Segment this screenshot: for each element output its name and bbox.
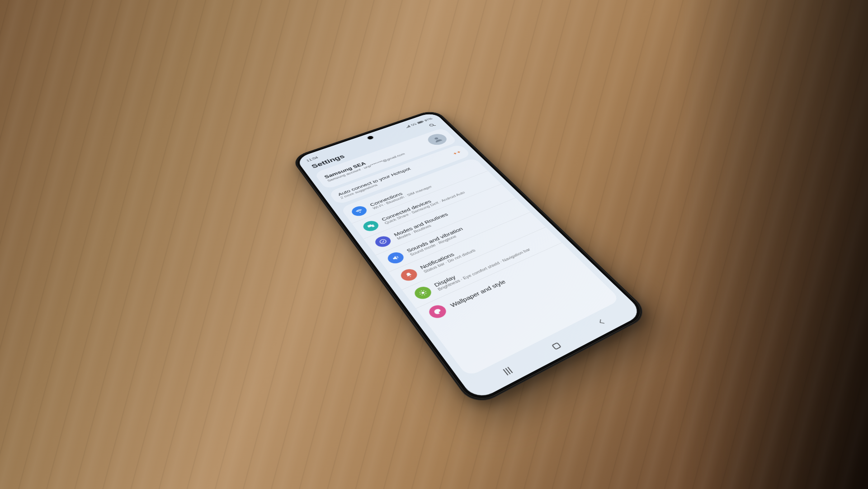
svg-line-16 [422, 294, 423, 295]
svg-point-5 [434, 137, 439, 140]
svg-point-9 [421, 291, 425, 294]
bell-icon [398, 267, 420, 283]
tabletop-scene: 11:04 5G 97% Settings [0, 0, 868, 489]
sound-icon [385, 250, 406, 265]
wifi-icon [349, 204, 369, 218]
check-icon [373, 234, 393, 249]
svg-line-13 [425, 291, 426, 292]
person-icon [430, 135, 445, 143]
svg-point-8 [379, 238, 387, 244]
palette-icon [426, 303, 449, 320]
recents-icon [503, 367, 513, 375]
home-button[interactable] [545, 339, 568, 353]
sparkle-icon: ✦✦ [451, 150, 462, 156]
svg-line-12 [420, 294, 421, 294]
recents-button[interactable] [495, 363, 520, 379]
svg-rect-7 [371, 224, 375, 227]
sun-icon [412, 285, 434, 301]
svg-point-3 [429, 123, 434, 127]
svg-line-17 [423, 290, 424, 291]
devices-icon [361, 219, 381, 233]
back-button[interactable] [590, 314, 615, 330]
svg-rect-6 [367, 224, 372, 227]
phone-screen: 11:04 5G 97% Settings [295, 111, 644, 401]
svg-line-14 [420, 292, 420, 293]
back-icon [595, 317, 609, 328]
search-button[interactable] [426, 121, 439, 129]
svg-line-10 [421, 290, 422, 291]
avatar[interactable] [425, 132, 450, 147]
phone-device: 11:04 5G 97% Settings [290, 109, 651, 408]
svg-line-11 [424, 294, 425, 295]
svg-line-4 [434, 124, 436, 126]
search-icon [427, 122, 438, 128]
home-icon [552, 342, 561, 350]
svg-line-15 [425, 293, 426, 294]
